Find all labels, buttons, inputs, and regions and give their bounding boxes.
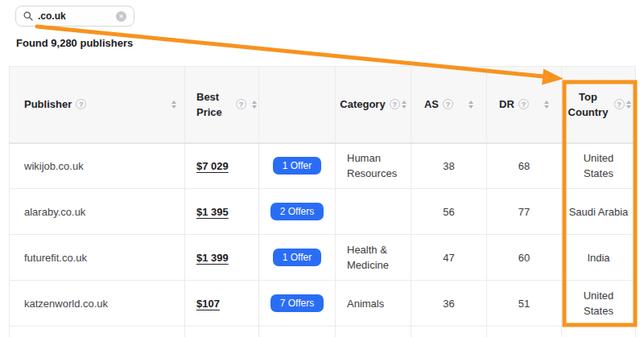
publisher-name: wikijob.co.uk <box>10 143 185 189</box>
offers-button[interactable]: 1 Offer <box>273 157 321 175</box>
category-cell <box>336 189 411 235</box>
as-score: 38 <box>411 143 487 189</box>
as-score: 56 <box>411 189 487 235</box>
search-box[interactable]: ✕ <box>15 6 134 27</box>
sort-icon[interactable] <box>469 101 473 109</box>
column-header-offers <box>259 67 336 143</box>
column-header-publisher[interactable]: Publisher ? <box>10 67 185 143</box>
search-input[interactable] <box>38 10 111 22</box>
table-header-row: Publisher ? Best Price ? <box>10 67 636 143</box>
table-row: futurefit.co.uk $1 399 1 Offer Health & … <box>10 235 636 281</box>
as-score: 47 <box>411 235 487 281</box>
search-icon <box>23 11 33 21</box>
top-country-cell: Saudi Arabia <box>562 189 636 235</box>
sort-icon[interactable] <box>171 101 176 109</box>
column-label: Top Country <box>567 89 610 120</box>
help-icon[interactable]: ? <box>76 99 86 109</box>
top-country-cell: United States <box>562 143 636 189</box>
publisher-name: katzenworld.co.uk <box>10 281 185 327</box>
publishers-table: Publisher ? Best Price ? <box>9 66 637 337</box>
column-header-category[interactable]: Category ? <box>336 67 411 143</box>
dr-score: 60 <box>487 235 562 281</box>
table-row: wikijob.co.uk $7 029 1 Offer Human Resou… <box>10 143 636 189</box>
column-label: AS <box>424 98 439 110</box>
sort-icon[interactable] <box>252 101 257 109</box>
category-cell: Human Resources <box>336 143 411 189</box>
column-header-best-price[interactable]: Best Price ? <box>185 67 259 143</box>
sort-icon[interactable] <box>544 101 549 109</box>
table-row: alaraby.co.uk $1 395 2 Offers 56 77 Saud… <box>10 189 636 235</box>
table-row-partial <box>10 327 636 337</box>
category-cell: Animals <box>336 281 411 327</box>
help-icon[interactable]: ? <box>518 99 529 109</box>
help-icon[interactable]: ? <box>236 99 246 109</box>
dr-score: 51 <box>487 281 562 327</box>
top-country-cell: United States <box>562 281 636 327</box>
offers-button[interactable]: 2 Offers <box>270 203 324 220</box>
category-cell: Health & Medicine <box>336 235 411 281</box>
page: ✕ Found 9,280 publishers Publisher ? <box>0 0 644 337</box>
price-link[interactable]: $1 399 <box>196 252 229 264</box>
help-icon[interactable]: ? <box>614 99 625 109</box>
sort-icon[interactable] <box>626 101 631 109</box>
table-row: katzenworld.co.uk $107 7 Offers Animals … <box>10 281 636 327</box>
clear-icon[interactable]: ✕ <box>116 11 126 22</box>
column-header-top-country[interactable]: Top Country ? <box>562 67 636 143</box>
price-link[interactable]: $1 395 <box>196 206 229 218</box>
offers-button[interactable]: 1 Offer <box>273 249 321 266</box>
help-icon[interactable]: ? <box>443 99 453 109</box>
top-country-cell: India <box>562 235 636 281</box>
publisher-name: alaraby.co.uk <box>10 189 185 235</box>
column-label: Best Price <box>196 89 230 120</box>
column-header-dr[interactable]: DR ? <box>487 67 562 143</box>
as-score: 36 <box>411 281 487 327</box>
help-icon[interactable]: ? <box>390 99 400 109</box>
dr-score: 77 <box>487 189 562 235</box>
column-label: Category <box>340 98 385 110</box>
offers-button[interactable]: 7 Offers <box>270 294 324 312</box>
column-header-as[interactable]: AS ? <box>411 67 487 143</box>
dr-score: 68 <box>487 143 562 189</box>
column-label: DR <box>499 98 514 110</box>
publisher-name: futurefit.co.uk <box>10 235 185 281</box>
results-count: Found 9,280 publishers <box>16 37 133 49</box>
price-link[interactable]: $107 <box>196 298 220 310</box>
column-label: Publisher <box>24 98 72 110</box>
sort-icon[interactable] <box>402 101 407 109</box>
price-link[interactable]: $7 029 <box>196 160 229 172</box>
